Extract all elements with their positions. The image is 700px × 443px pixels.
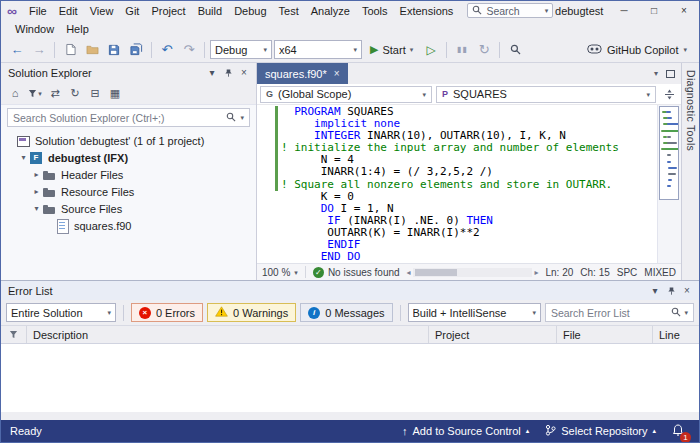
maximize-button[interactable]: □: [639, 1, 669, 20]
menu-build[interactable]: Build: [192, 4, 228, 18]
menu-extensions[interactable]: Extensions: [394, 4, 460, 18]
chevron-down-icon[interactable]: ▾: [647, 283, 663, 298]
close-icon[interactable]: ×: [236, 65, 252, 80]
tree-item-debugtest-ifx[interactable]: ▾debugtest (IFX): [1, 149, 256, 166]
menu-git[interactable]: Git: [119, 4, 145, 18]
split-editor-icon[interactable]: [660, 89, 678, 100]
collapsed-arrow-icon[interactable]: ▸: [31, 170, 42, 179]
navigation-bar: G (Global Scope) ▾ P SQUARES ▾: [257, 84, 681, 105]
column-header-line[interactable]: Line: [653, 326, 699, 343]
tab-squares-f90[interactable]: squares.f90* ×: [257, 63, 348, 84]
menu-file[interactable]: File: [23, 4, 53, 18]
warning-icon: [215, 306, 228, 319]
show-all-files-icon[interactable]: ▦: [106, 85, 124, 102]
menu-help[interactable]: Help: [60, 22, 95, 36]
line-indicator[interactable]: Ln: 20: [545, 267, 573, 278]
error-scope-dropdown[interactable]: Entire Solution ▾: [6, 303, 116, 322]
filter-icon[interactable]: ▾: [26, 85, 44, 102]
pin-icon[interactable]: [220, 65, 236, 80]
scope-dropdown[interactable]: G (Global Scope) ▾: [260, 86, 432, 103]
expanded-arrow-icon[interactable]: ▾: [31, 204, 42, 213]
add-to-source-control-button[interactable]: ↑ Add to Source Control ▴: [402, 425, 529, 437]
menu-edit[interactable]: Edit: [53, 4, 84, 18]
tab-list-chevron-icon[interactable]: ▾: [654, 70, 658, 78]
menu-analyze[interactable]: Analyze: [305, 4, 356, 18]
start-without-debugging-icon[interactable]: ▷: [421, 40, 441, 60]
diagnostic-tools-tab[interactable]: Diagnostic Tools: [681, 63, 699, 280]
document-health-indicator[interactable]: ✓ No issues found: [313, 267, 400, 278]
chevron-down-icon: ▾: [646, 91, 650, 98]
find-in-files-icon[interactable]: [505, 40, 525, 60]
notifications-button[interactable]: 1: [672, 424, 684, 439]
tree-item-header-files[interactable]: ▸Header Files: [1, 166, 256, 183]
errors-filter-button[interactable]: × 0 Errors: [131, 303, 203, 322]
close-icon[interactable]: ×: [334, 68, 340, 79]
start-debugging-button[interactable]: ▶ Start ▾: [364, 40, 419, 60]
member-dropdown[interactable]: P SQUARES ▾: [436, 86, 656, 103]
menu-test[interactable]: Test: [273, 4, 305, 18]
platform-dropdown[interactable]: x64 ▾: [274, 40, 362, 59]
save-all-icon[interactable]: [126, 40, 146, 60]
collapse-all-icon[interactable]: ⊟: [86, 85, 104, 102]
select-repository-button[interactable]: Select Repository ▴: [545, 424, 656, 438]
scroll-right-icon[interactable]: ▸: [534, 268, 538, 277]
title-search-box[interactable]: Search ▾: [467, 3, 553, 18]
scrollbar-thumb[interactable]: [415, 269, 457, 276]
horizontal-scrollbar[interactable]: ◂ ▸: [407, 268, 539, 277]
minimap[interactable]: [659, 106, 679, 200]
menu-window[interactable]: Window: [9, 22, 60, 36]
menu-project[interactable]: Project: [145, 4, 191, 18]
messages-filter-button[interactable]: i 0 Messages: [300, 303, 392, 322]
error-source-dropdown[interactable]: Build + IntelliSense ▾: [408, 303, 541, 322]
solution-explorer-search[interactable]: Search Solution Explorer (Ctrl+;) ▾: [7, 108, 250, 127]
new-file-icon[interactable]: [60, 40, 80, 60]
navigate-back-icon[interactable]: ←: [7, 40, 27, 60]
warnings-filter-button[interactable]: 0 Warnings: [207, 303, 296, 322]
vertical-scrollbar[interactable]: [657, 105, 681, 263]
error-list-search[interactable]: Search Error List ▾: [545, 303, 694, 322]
tree-item-resource-files[interactable]: ▸Resource Files: [1, 183, 256, 200]
global-scope-icon: G: [266, 89, 273, 99]
minimize-button[interactable]: ─: [609, 1, 639, 20]
refresh-icon[interactable]: ↻: [66, 85, 84, 102]
pin-icon[interactable]: [663, 283, 679, 298]
zoom-control[interactable]: 100 % ▾: [262, 267, 298, 278]
code-area[interactable]: PROGRAM SQUARES implicit none INTEGER IN…: [257, 105, 657, 263]
filter-icon[interactable]: [1, 326, 27, 343]
chevron-down-icon: ▾: [683, 46, 687, 53]
close-icon[interactable]: ×: [679, 283, 695, 298]
scrollbar-track[interactable]: [413, 268, 533, 277]
navigate-forward-icon[interactable]: →: [29, 40, 49, 60]
float-window-icon[interactable]: [666, 70, 675, 78]
hot-reload-icon[interactable]: ↻: [474, 40, 494, 60]
expanded-arrow-icon[interactable]: ▾: [18, 153, 29, 162]
column-header-file[interactable]: File: [557, 326, 653, 343]
tree-item-source-files[interactable]: ▾Source Files: [1, 200, 256, 217]
column-header-project[interactable]: Project: [429, 326, 557, 343]
scroll-left-icon[interactable]: ◂: [407, 268, 411, 277]
menu-debug[interactable]: Debug: [228, 4, 272, 18]
break-all-icon[interactable]: ▮▮: [452, 40, 472, 60]
save-icon[interactable]: [104, 40, 124, 60]
column-indicator[interactable]: Ch: 15: [580, 267, 609, 278]
close-button[interactable]: ×: [669, 1, 699, 20]
column-header-description[interactable]: Description: [27, 326, 429, 343]
program-icon: P: [442, 89, 448, 99]
collapsed-arrow-icon[interactable]: ▸: [31, 187, 42, 196]
menu-view[interactable]: View: [84, 4, 120, 18]
code-line-13[interactable]: END DO: [257, 251, 657, 263]
redo-icon[interactable]: ↷: [179, 40, 199, 60]
open-file-icon[interactable]: [82, 40, 102, 60]
sync-with-active-document-icon[interactable]: ⇄: [46, 85, 64, 102]
chevron-down-icon[interactable]: ▾: [204, 65, 220, 80]
undo-icon[interactable]: ↶: [157, 40, 177, 60]
spaces-indicator[interactable]: SPC: [617, 267, 638, 278]
gutter: [257, 239, 281, 251]
configuration-dropdown[interactable]: Debug ▾: [210, 40, 272, 59]
menu-tools[interactable]: Tools: [356, 4, 394, 18]
line-ending-indicator[interactable]: MIXED: [644, 267, 676, 278]
tree-item-squares-f90[interactable]: squares.f90: [1, 217, 256, 234]
home-icon[interactable]: ⌂: [6, 85, 24, 102]
tree-item-solution-debugtest-1-of-1-project[interactable]: Solution 'debugtest' (1 of 1 project): [1, 132, 256, 149]
github-copilot-button[interactable]: GitHub Copilot ▾: [581, 40, 693, 60]
